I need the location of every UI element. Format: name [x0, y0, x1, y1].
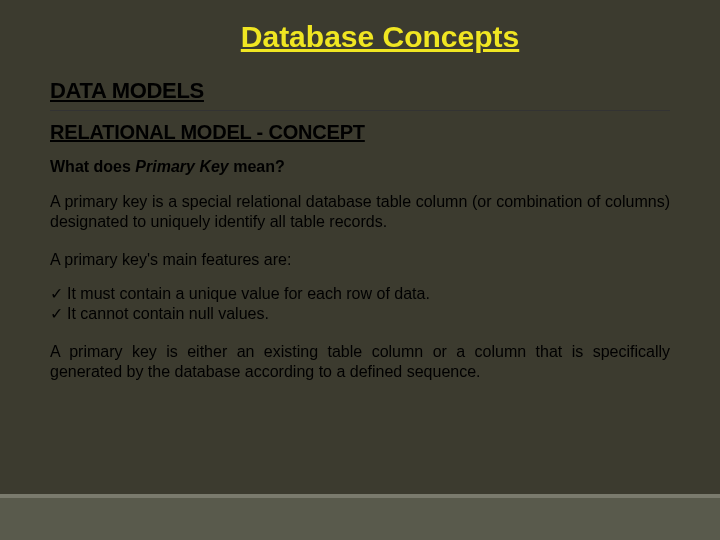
heading-data-models: DATA MODELS — [50, 78, 670, 104]
heading-relational-model: RELATIONAL MODEL - CONCEPT — [50, 121, 670, 144]
question-term: Primary Key — [135, 158, 228, 175]
feature-item: It must contain a unique value for each … — [50, 284, 670, 304]
divider — [50, 110, 670, 111]
slide: Database Concepts DATA MODELS RELATIONAL… — [0, 0, 720, 540]
slide-title: Database Concepts — [90, 20, 670, 54]
feature-list: It must contain a unique value for each … — [50, 284, 670, 324]
paragraph-closing: A primary key is either an existing tabl… — [50, 342, 670, 382]
question-suffix: mean? — [229, 158, 285, 175]
feature-item: It cannot contain null values. — [50, 304, 670, 324]
question-prefix: What does — [50, 158, 135, 175]
footer-band — [0, 498, 720, 540]
paragraph-features-intro: A primary key's main features are: — [50, 250, 670, 270]
question-text: What does Primary Key mean? — [50, 158, 670, 176]
paragraph-definition: A primary key is a special relational da… — [50, 192, 670, 232]
